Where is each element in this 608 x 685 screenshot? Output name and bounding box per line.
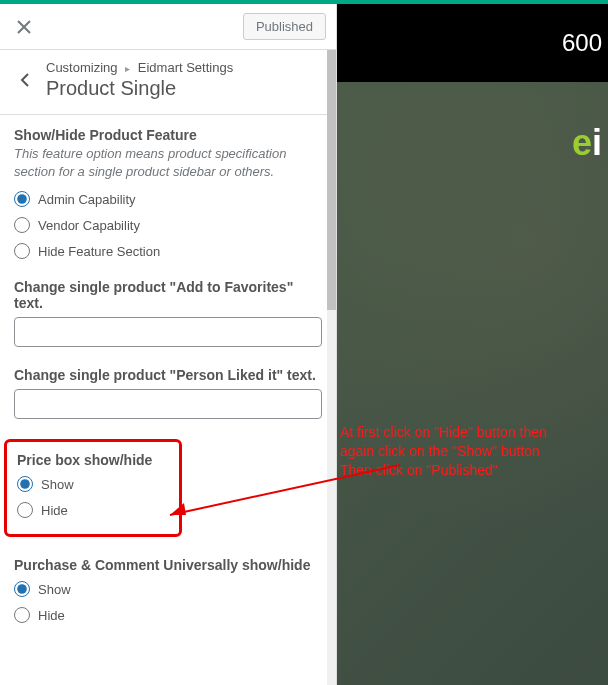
radio-label: Hide: [38, 608, 65, 623]
page-title: Product Single: [46, 77, 322, 100]
feature-description: This feature option means product specif…: [14, 145, 322, 181]
radio-input[interactable]: [17, 476, 33, 492]
close-icon: [17, 20, 31, 34]
purchase-heading: Purchase & Comment Universally show/hide: [14, 557, 322, 573]
radio-input[interactable]: [17, 502, 33, 518]
chevron-left-icon: [20, 72, 30, 88]
feature-heading: Show/Hide Product Feature: [14, 127, 322, 143]
radio-label: Hide: [41, 503, 68, 518]
feature-radio-hide[interactable]: Hide Feature Section: [14, 243, 322, 259]
radio-label: Vendor Capability: [38, 218, 140, 233]
radio-input[interactable]: [14, 243, 30, 259]
radio-label: Hide Feature Section: [38, 244, 160, 259]
radio-label: Admin Capability: [38, 192, 136, 207]
pricebox-radio-hide[interactable]: Hide: [17, 502, 169, 518]
pricebox-heading: Price box show/hide: [17, 452, 169, 468]
controls-area: Show/Hide Product Feature This feature o…: [0, 115, 336, 655]
favorites-input[interactable]: [14, 317, 322, 347]
preview-topbar: 600: [337, 4, 608, 82]
liked-label: Change single product "Person Liked it" …: [14, 367, 322, 383]
breadcrumb-root: Customizing: [46, 60, 118, 75]
panel-header: Published: [0, 4, 336, 50]
customizer-panel: Published Customizing ▸ Eidmart Settings…: [0, 4, 337, 685]
pricebox-group: Price box show/hide Show Hide: [14, 439, 322, 537]
site-preview: 600 ei: [337, 4, 608, 685]
radio-input[interactable]: [14, 217, 30, 233]
purchase-group: Purchase & Comment Universally show/hide…: [14, 557, 322, 623]
chevron-right-icon: ▸: [125, 63, 130, 74]
purchase-radio-show[interactable]: Show: [14, 581, 322, 597]
close-button[interactable]: [10, 13, 38, 41]
scrollbar-track[interactable]: [327, 50, 336, 685]
site-logo: ei: [572, 122, 602, 164]
scrollbar-thumb[interactable]: [327, 50, 336, 310]
radio-input[interactable]: [14, 607, 30, 623]
back-button[interactable]: [10, 60, 40, 100]
breadcrumb-section: Eidmart Settings: [138, 60, 233, 75]
radio-label: Show: [38, 582, 71, 597]
breadcrumb-row: Customizing ▸ Eidmart Settings Product S…: [0, 50, 336, 115]
feature-radio-vendor[interactable]: Vendor Capability: [14, 217, 322, 233]
annotation-highlight-box: Price box show/hide Show Hide: [4, 439, 182, 537]
breadcrumb: Customizing ▸ Eidmart Settings: [46, 60, 322, 75]
feature-radio-admin[interactable]: Admin Capability: [14, 191, 322, 207]
favorites-group: Change single product "Add to Favorites"…: [14, 279, 322, 347]
published-button[interactable]: Published: [243, 13, 326, 40]
preview-background: [337, 4, 608, 685]
liked-input[interactable]: [14, 389, 322, 419]
radio-input[interactable]: [14, 581, 30, 597]
favorites-label: Change single product "Add to Favorites"…: [14, 279, 322, 311]
radio-input[interactable]: [14, 191, 30, 207]
radio-label: Show: [41, 477, 74, 492]
purchase-radio-hide[interactable]: Hide: [14, 607, 322, 623]
pricebox-radio-show[interactable]: Show: [17, 476, 169, 492]
liked-group: Change single product "Person Liked it" …: [14, 367, 322, 419]
feature-group: Show/Hide Product Feature This feature o…: [14, 127, 322, 259]
preview-top-number: 600: [562, 29, 602, 57]
